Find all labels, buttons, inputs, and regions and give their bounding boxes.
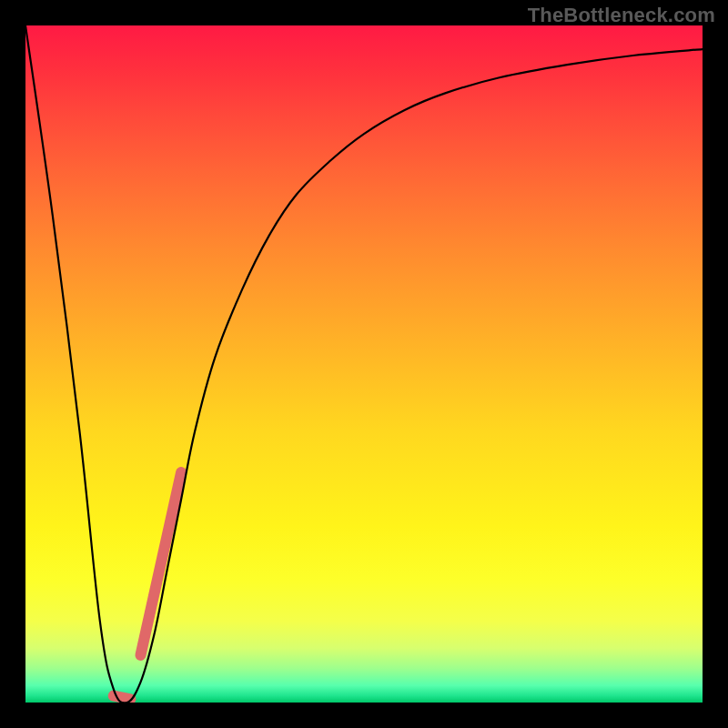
watermark-text: TheBottleneck.com bbox=[528, 4, 715, 27]
bottleneck-curve bbox=[25, 25, 703, 703]
plot-svg bbox=[25, 25, 703, 703]
highlight-segment-rising bbox=[140, 472, 181, 655]
plot-area bbox=[25, 25, 703, 703]
chart-frame: TheBottleneck.com bbox=[0, 0, 728, 728]
